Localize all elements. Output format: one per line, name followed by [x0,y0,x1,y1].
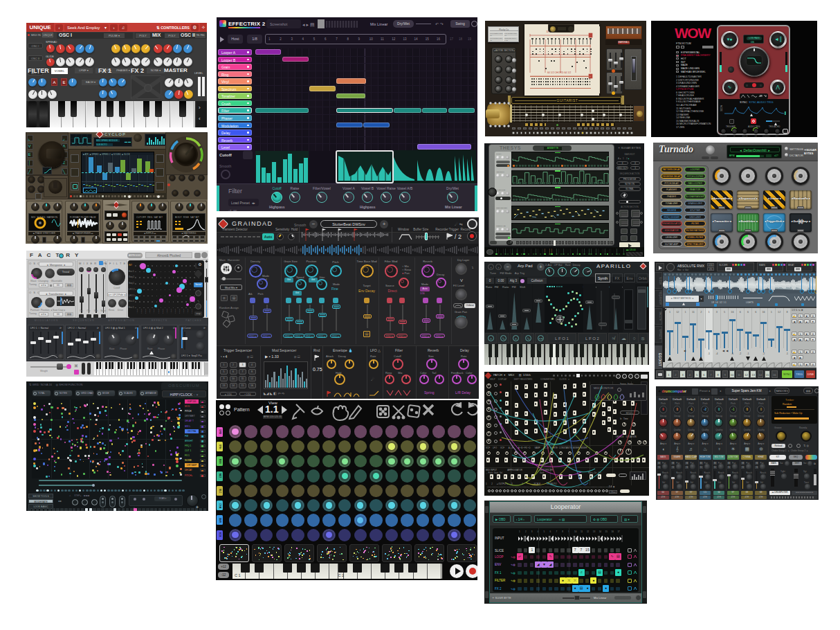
svg-text:MIX SLT RG HARMON: MIX SLT RG HARMON [31,216,57,219]
svg-text:FORMAT FILTER PALM: FORMAT FILTER PALM [70,216,96,219]
svg-text:/ 2: / 2 [455,233,462,240]
svg-text:CUTOFF RES SAT BIT: CUTOFF RES SAT BIT [136,216,163,219]
svg-text:BODY RISE SAT BIT: BODY RISE SAT BIT [175,216,200,219]
